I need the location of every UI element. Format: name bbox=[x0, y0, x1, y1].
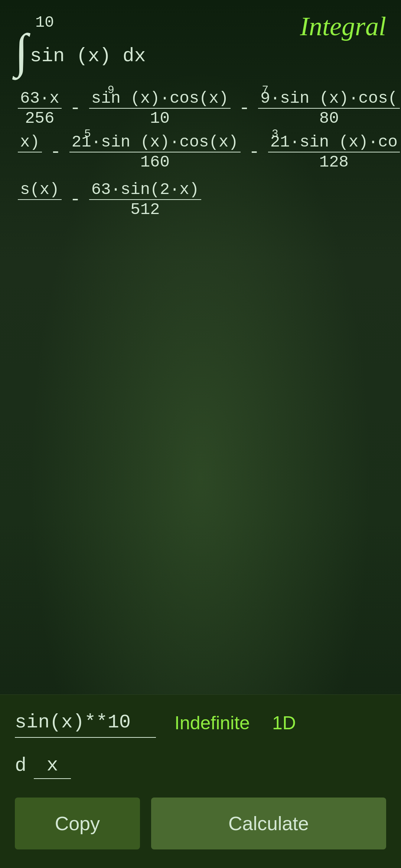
frac-sx-blank: s(x) bbox=[18, 181, 62, 218]
op1: - bbox=[70, 99, 81, 118]
action-buttons: Copy Calculate bbox=[15, 798, 386, 849]
app-title: Integral bbox=[300, 11, 386, 42]
result-line-1: 63·x 256 - 9 sin (x)·cos(x) 10 - 7 9·sin… bbox=[15, 90, 386, 126]
result-display: Integral 10 ∫ sin (x) dx 63·x 256 - 9 bbox=[0, 0, 401, 694]
integral-symbol: ∫ bbox=[15, 30, 28, 72]
frac-63x-256: 63·x 256 bbox=[18, 90, 62, 126]
frac-x-blank: x) bbox=[18, 134, 42, 170]
integral-upper-limit: 10 bbox=[35, 15, 54, 30]
calculate-button[interactable]: Calculate bbox=[151, 798, 386, 849]
dimension-button[interactable]: 1D bbox=[268, 712, 300, 734]
bottom-panel: Indefinite 1D d Copy Calculate bbox=[0, 694, 401, 868]
expression-input[interactable] bbox=[15, 708, 156, 738]
op5: - bbox=[70, 190, 81, 209]
op3: - bbox=[50, 143, 61, 161]
variable-input[interactable] bbox=[34, 753, 71, 779]
variable-row: d bbox=[15, 753, 386, 779]
result-line-3: s(x) - 63·sin(2·x) 512 bbox=[15, 181, 386, 218]
expression-row: Indefinite 1D bbox=[15, 708, 386, 738]
mode-button[interactable]: Indefinite bbox=[167, 712, 257, 734]
copy-button[interactable]: Copy bbox=[15, 798, 140, 849]
op2: - bbox=[239, 99, 250, 118]
op4: - bbox=[249, 143, 260, 161]
result-line-2: x) - 5 21·sin (x)·cos(x) 160 - 3 21·sin … bbox=[15, 134, 386, 170]
frac-63sin2x-512: 63·sin(2·x) 512 bbox=[89, 181, 201, 218]
integral-expr: sin (x) dx bbox=[30, 43, 146, 70]
result-area: 63·x 256 - 9 sin (x)·cos(x) 10 - 7 9·sin… bbox=[15, 90, 386, 218]
d-label: d bbox=[15, 755, 26, 777]
